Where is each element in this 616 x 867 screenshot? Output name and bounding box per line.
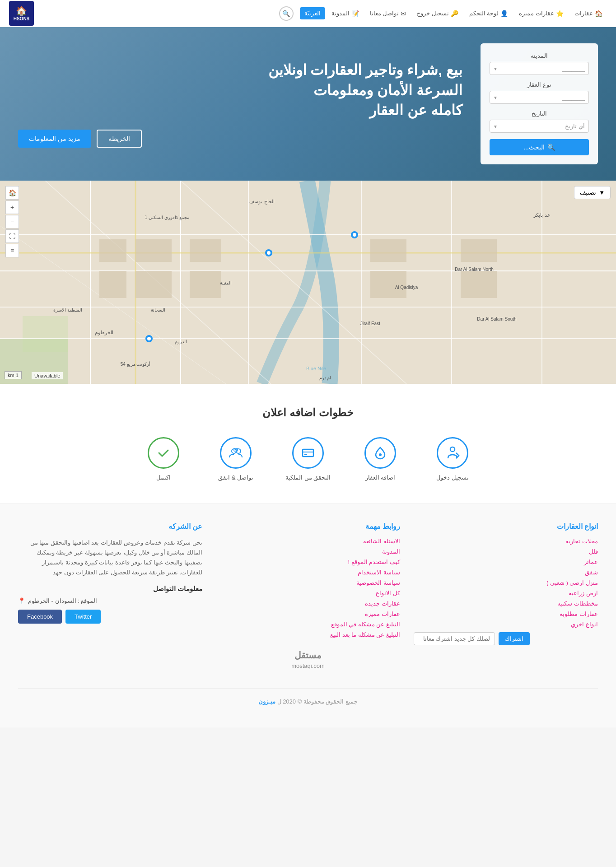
svg-rect-16 [135,239,172,262]
subscribe-form: اشتراك [414,632,598,645]
step-icon-login [437,437,468,469]
svg-rect-15 [99,239,126,262]
footer-type-commercial[interactable]: محلات تجاريه [414,538,598,545]
footer-link-faq[interactable]: الاسئله الشائعه [216,538,400,545]
footer-link-featured[interactable]: عقارات مميزه [216,611,400,617]
home-control[interactable]: 🏠 [5,186,19,200]
step-label-login: تسجيل دخول [436,474,469,481]
svg-text:السجانة: السجانة [151,308,165,312]
svg-rect-2 [23,316,68,352]
search-button[interactable]: 🔍 البحث... [490,139,589,155]
footer-about-text: نحن شركة نقدم خدمات وعروض للعقارات بعد ا… [18,538,202,578]
footer-link-howto[interactable]: كيف استخدم الموقع ! [216,559,400,565]
layers-control[interactable]: ≡ [5,244,19,257]
svg-rect-17 [99,271,126,298]
step-icon-verify [292,437,324,469]
fullscreen-control[interactable]: ⛶ [5,229,19,243]
type-select[interactable]: _______ [490,91,589,104]
steps-grid: تسجيل دخول اضافه العقار التحقق من الملكي… [18,437,598,481]
blog-icon: 📝 [351,10,359,17]
nav-item-featured[interactable]: ⭐ عقارات مميزه [514,7,568,20]
footer: عن الشركه نحن شركة نقدم خدمات وعروض للعق… [0,503,616,727]
footer-link-report-issue[interactable]: التبليغ عن مشكله في الموقع [216,621,400,628]
type-label: نوع العقار [490,81,589,88]
filter-button[interactable]: ▼ تصنيف [574,186,611,199]
step-item-contact: تواصل & اتفق [209,437,263,481]
footer-links-title: روابط مهمة [216,522,400,531]
date-select[interactable]: أي تاريخ [490,120,589,133]
svg-text:Blue Nile: Blue Nile [306,366,326,371]
footer-link-new-properties[interactable]: عقارات جديده [216,600,400,607]
zoom-in-control[interactable]: + [5,200,19,214]
svg-text:ام درم: ام درم [319,375,331,381]
twitter-button[interactable]: Twitter [65,610,101,624]
nav-item-contact[interactable]: ✉ تواصل معانا [365,7,411,20]
footer-type-apartments[interactable]: شقق [414,569,598,576]
social-buttons: Twitter Facebook [18,610,202,624]
svg-text:الحاج يوسف: الحاج يوسف [249,199,274,205]
svg-point-47 [379,453,382,456]
mostaqi-logo: مستقل mostaqi.com [18,645,598,675]
step-label-add-property: اضافه العقار [365,474,396,481]
footer-types-title: انواع العقارات [414,522,598,531]
nav-item-properties[interactable]: 🏠 عقارات [570,7,607,20]
footer-type-wanted[interactable]: عقارات مطلوبه [414,611,598,617]
search-icon-btn: 🔍 [547,144,555,151]
zoom-out-control[interactable]: − [5,215,19,228]
footer-contact-title: معلومات التواصل [18,585,202,593]
nav-item-logout[interactable]: 🔑 تسجيل خروج [412,7,463,20]
nav-bar: 🔍 العربيّة 📝 المدونة ✉ تواصل معانا 🔑 تسج… [279,6,607,21]
more-info-button[interactable]: مزيد من المعلومات [18,130,91,148]
svg-rect-18 [135,271,172,298]
logo-box: 🏠 HSONS [9,1,34,26]
search-form: المدينه _______ نوع العقار _______ التار… [481,43,598,164]
svg-rect-20 [190,271,221,298]
dashboard-icon: 👤 [500,10,508,17]
hero-section: بيع ,شراء وتاجير العقارات اونلاين السرعة… [0,27,616,181]
svg-text:عد بابكر: عد بابكر [533,212,550,218]
city-select[interactable]: _______ [490,62,589,75]
step-item-complete: اكتمل [136,437,191,481]
footer-type-residential[interactable]: مخططات سكنيه [414,600,598,607]
footer-type-villas[interactable]: فلل [414,548,598,555]
header: 🔍 العربيّة 📝 المدونة ✉ تواصل معانا 🔑 تسج… [0,0,616,27]
step-label-verify: التحقق من الملكية [285,474,331,481]
footer-about-title: عن الشركه [18,522,202,531]
footer-link-all-types[interactable]: كل الانواع [216,590,400,597]
svg-text:Jiraif East: Jiraif East [360,321,380,326]
map-button[interactable]: الخريطه [97,130,142,148]
subscribe-input[interactable] [414,632,495,645]
footer-type-house[interactable]: منزل ارضي ( شعبي ) [414,579,598,586]
step-label-complete: اكتمل [156,474,171,481]
footer-link-report-post-sale[interactable]: التبليغ عن مشكله ما بعد البيع [216,631,400,638]
facebook-button[interactable]: Facebook [18,610,62,624]
map-controls: 🏠 + − ⛶ ≡ [5,186,19,257]
subscribe-button[interactable]: اشتراك [499,632,530,645]
svg-rect-50 [304,454,307,455]
footer-link-blog[interactable]: المدونة [216,548,400,555]
date-label: التاريخ [490,110,589,117]
brand-name: ميـزون [258,698,275,705]
copyright-text: جميع الحقوق محفوظة © 2020 ل ميـزون [258,698,358,705]
nav-item-arabic[interactable]: العربيّة [300,7,325,19]
footer-link-privacy[interactable]: سياسة الخصوصية [216,579,400,586]
footer-link-terms[interactable]: سياسة الاستخدام [216,569,400,576]
step-item-add-property: اضافه العقار [353,437,407,481]
footer-type-agricultural[interactable]: ارض زراعيه [414,590,598,597]
properties-icon: 🏠 [595,10,602,17]
search-icon[interactable]: 🔍 [279,6,294,21]
svg-rect-19 [190,239,221,262]
footer-type-buildings[interactable]: عمائر [414,559,598,565]
footer-links-col: روابط مهمة الاسئله الشائعه المدونة كيف ا… [216,522,400,645]
svg-text:Al Qadisiya: Al Qadisiya [395,285,418,290]
nav-item-dashboard[interactable]: 👤 لوحة التحكم [465,7,513,20]
hero-title: بيع ,شراء وتاجير العقارات اونلاين السرعة… [18,60,462,121]
footer-type-other[interactable]: انواع اخري [414,621,598,628]
svg-text:الدروم: الدروم [175,339,187,345]
svg-text:Dar Al Salam North: Dar Al Salam North [455,267,494,272]
step-icon-complete [148,437,179,469]
logo-house-icon: 🏠 [16,5,27,16]
type-select-wrapper: _______ [490,91,589,104]
nav-item-blog[interactable]: 📝 المدونة [327,7,364,20]
svg-point-28 [353,233,356,237]
